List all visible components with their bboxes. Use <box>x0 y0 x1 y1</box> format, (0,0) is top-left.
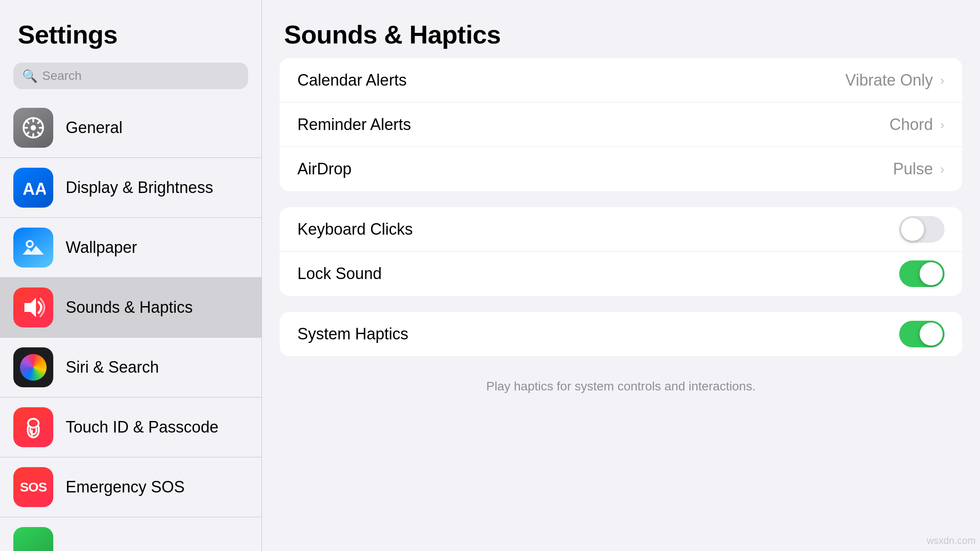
keyboard-clicks-toggle[interactable] <box>899 216 944 243</box>
svg-point-1 <box>31 125 36 130</box>
content-title: Sounds & Haptics <box>284 20 958 49</box>
sidebar-item-general[interactable]: General <box>0 98 261 158</box>
sidebar-item-sounds[interactable]: Sounds & Haptics <box>0 278 261 338</box>
clicks-group: Keyboard Clicks Lock Sound <box>280 207 962 296</box>
sidebar-item-display-label: Display & Brightness <box>66 178 213 197</box>
display-icon: AA <box>13 168 53 208</box>
reminder-alerts-value-text: Chord <box>889 115 933 134</box>
reminder-alerts-chevron: › <box>940 117 944 132</box>
sidebar-item-sos[interactable]: SOS Emergency SOS <box>0 457 261 517</box>
sidebar-title: Settings <box>18 20 244 49</box>
reminder-alerts-value: Chord › <box>889 115 944 134</box>
sidebar-item-touchid-label: Touch ID & Passcode <box>66 418 218 437</box>
lock-sound-row[interactable]: Lock Sound <box>280 252 962 296</box>
content-header: Sounds & Haptics <box>262 0 980 58</box>
lock-sound-toggle-thumb <box>920 262 943 285</box>
haptics-group: System Haptics <box>280 312 962 356</box>
sidebar-item-sos-label: Emergency SOS <box>66 478 185 496</box>
svg-point-13 <box>28 419 39 428</box>
calendar-alerts-chevron: › <box>940 73 944 88</box>
sidebar-item-wallpaper-label: Wallpaper <box>66 238 137 257</box>
calendar-alerts-value: Vibrate Only › <box>846 71 944 90</box>
sidebar: Settings 🔍 Search <box>0 0 262 551</box>
sos-icon: SOS <box>13 467 53 507</box>
sidebar-item-sounds-label: Sounds & Haptics <box>66 298 193 317</box>
siri-icon <box>13 347 53 387</box>
content-body: Calendar Alerts Vibrate Only › Reminder … <box>262 58 980 551</box>
system-haptics-toggle-thumb <box>920 323 943 346</box>
sidebar-item-siri-label: Siri & Search <box>66 358 159 377</box>
sidebar-item-wallpaper[interactable]: Wallpaper <box>0 218 261 278</box>
alerts-group: Calendar Alerts Vibrate Only › Reminder … <box>280 58 962 191</box>
watermark: wsxdn.com <box>927 535 976 547</box>
sidebar-header: Settings <box>0 0 261 58</box>
wallpaper-icon <box>13 228 53 268</box>
svg-point-11 <box>27 241 33 247</box>
svg-line-8 <box>38 121 40 123</box>
haptics-footer: Play haptics for system controls and int… <box>280 372 962 394</box>
sidebar-item-touchid[interactable]: Touch ID & Passcode <box>0 398 261 457</box>
next-icon <box>13 527 53 551</box>
keyboard-clicks-row[interactable]: Keyboard Clicks <box>280 207 962 252</box>
content-area: Sounds & Haptics Calendar Alerts Vibrate… <box>262 0 980 551</box>
keyboard-clicks-label: Keyboard Clicks <box>297 220 413 239</box>
airdrop-chevron: › <box>940 161 944 177</box>
lock-sound-toggle[interactable] <box>899 260 944 287</box>
svg-line-7 <box>38 132 40 135</box>
calendar-alerts-value-text: Vibrate Only <box>846 71 933 90</box>
search-bar[interactable]: 🔍 Search <box>13 63 248 89</box>
airdrop-value: Pulse › <box>893 160 944 178</box>
sidebar-item-display[interactable]: AA Display & Brightness <box>0 158 261 218</box>
svg-line-9 <box>26 132 29 135</box>
svg-marker-12 <box>24 298 36 317</box>
svg-text:AA: AA <box>23 180 46 197</box>
system-haptics-toggle[interactable] <box>899 321 944 347</box>
keyboard-clicks-toggle-thumb <box>901 218 924 241</box>
svg-line-6 <box>26 121 29 123</box>
sidebar-item-next[interactable] <box>0 517 261 551</box>
lock-sound-label: Lock Sound <box>297 264 382 283</box>
sidebar-item-siri[interactable]: Siri & Search <box>0 338 261 398</box>
reminder-alerts-label: Reminder Alerts <box>297 115 411 134</box>
search-placeholder: Search <box>42 69 82 83</box>
reminder-alerts-row[interactable]: Reminder Alerts Chord › <box>280 102 962 147</box>
airdrop-row[interactable]: AirDrop Pulse › <box>280 147 962 191</box>
sidebar-item-general-label: General <box>66 118 122 137</box>
system-haptics-row[interactable]: System Haptics <box>280 312 962 356</box>
calendar-alerts-row[interactable]: Calendar Alerts Vibrate Only › <box>280 58 962 102</box>
system-haptics-label: System Haptics <box>297 325 408 343</box>
airdrop-value-text: Pulse <box>893 160 933 178</box>
search-icon: 🔍 <box>22 69 38 83</box>
calendar-alerts-label: Calendar Alerts <box>297 71 407 90</box>
general-icon <box>13 108 53 148</box>
touchid-icon <box>13 407 53 447</box>
sounds-icon <box>13 287 53 327</box>
airdrop-label: AirDrop <box>297 160 352 178</box>
sidebar-list: General AA Display & Brightness Wallpape… <box>0 98 261 551</box>
